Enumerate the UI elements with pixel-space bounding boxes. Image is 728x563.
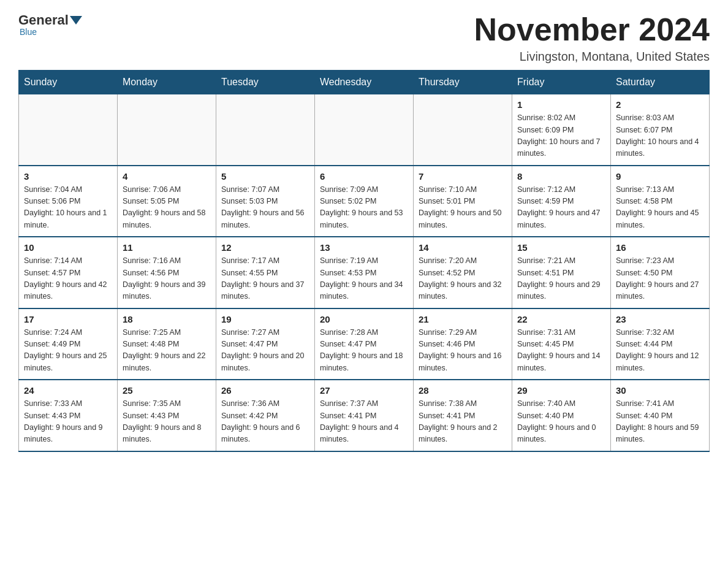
day-number: 27 (320, 385, 408, 396)
day-number: 8 (517, 171, 605, 182)
calendar-cell: 8Sunrise: 7:12 AMSunset: 4:59 PMDaylight… (512, 166, 611, 237)
sun-info: Sunrise: 7:19 AMSunset: 4:53 PMDaylight:… (320, 255, 408, 303)
calendar-week-row: 3Sunrise: 7:04 AMSunset: 5:06 PMDaylight… (19, 166, 710, 237)
day-number: 26 (221, 385, 309, 396)
sun-info: Sunrise: 7:40 AMSunset: 4:40 PMDaylight:… (517, 398, 605, 446)
weekday-header-wednesday: Wednesday (315, 71, 414, 94)
day-number: 17 (24, 314, 112, 324)
day-number: 1 (517, 99, 605, 110)
calendar-cell: 19Sunrise: 7:27 AMSunset: 4:47 PMDayligh… (216, 308, 315, 380)
day-number: 23 (616, 314, 704, 324)
sun-info: Sunrise: 7:20 AMSunset: 4:52 PMDaylight:… (419, 255, 507, 303)
sun-info: Sunrise: 7:37 AMSunset: 4:41 PMDaylight:… (320, 398, 408, 446)
sun-info: Sunrise: 7:38 AMSunset: 4:41 PMDaylight:… (419, 398, 507, 446)
title-block: November 2024 Livingston, Montana, Unite… (474, 12, 710, 64)
day-number: 18 (123, 314, 211, 324)
calendar-cell: 17Sunrise: 7:24 AMSunset: 4:49 PMDayligh… (19, 308, 118, 380)
sun-info: Sunrise: 7:31 AMSunset: 4:45 PMDaylight:… (517, 327, 605, 375)
sun-info: Sunrise: 7:27 AMSunset: 4:47 PMDaylight:… (221, 327, 309, 375)
day-number: 30 (616, 385, 704, 396)
calendar-cell: 10Sunrise: 7:14 AMSunset: 4:57 PMDayligh… (19, 237, 118, 308)
sun-info: Sunrise: 7:29 AMSunset: 4:46 PMDaylight:… (419, 327, 507, 375)
calendar-cell: 24Sunrise: 7:33 AMSunset: 4:43 PMDayligh… (19, 380, 118, 451)
day-number: 21 (419, 314, 507, 324)
day-number: 10 (24, 242, 112, 253)
calendar-cell (118, 94, 216, 166)
calendar-cell: 4Sunrise: 7:06 AMSunset: 5:05 PMDaylight… (118, 166, 216, 237)
weekday-header-saturday: Saturday (611, 71, 710, 94)
calendar-cell: 7Sunrise: 7:10 AMSunset: 5:01 PMDaylight… (414, 166, 512, 237)
day-number: 20 (320, 314, 408, 324)
sun-info: Sunrise: 7:07 AMSunset: 5:03 PMDaylight:… (221, 184, 309, 232)
calendar-cell: 22Sunrise: 7:31 AMSunset: 4:45 PMDayligh… (512, 308, 611, 380)
day-number: 12 (221, 242, 309, 253)
logo-arrow-icon (70, 16, 82, 25)
calendar-cell: 27Sunrise: 7:37 AMSunset: 4:41 PMDayligh… (315, 380, 414, 451)
calendar-cell: 15Sunrise: 7:21 AMSunset: 4:51 PMDayligh… (512, 237, 611, 308)
calendar-cell: 30Sunrise: 7:41 AMSunset: 4:40 PMDayligh… (611, 380, 710, 451)
day-number: 7 (419, 171, 507, 182)
day-number: 4 (123, 171, 211, 182)
sun-info: Sunrise: 7:13 AMSunset: 4:58 PMDaylight:… (616, 184, 704, 232)
weekday-header-friday: Friday (512, 71, 611, 94)
calendar-cell: 21Sunrise: 7:29 AMSunset: 4:46 PMDayligh… (414, 308, 512, 380)
calendar-cell: 28Sunrise: 7:38 AMSunset: 4:41 PMDayligh… (414, 380, 512, 451)
sun-info: Sunrise: 7:12 AMSunset: 4:59 PMDaylight:… (517, 184, 605, 232)
day-number: 25 (123, 385, 211, 396)
calendar-week-row: 17Sunrise: 7:24 AMSunset: 4:49 PMDayligh… (19, 308, 710, 380)
calendar-cell: 23Sunrise: 7:32 AMSunset: 4:44 PMDayligh… (611, 308, 710, 380)
day-number: 28 (419, 385, 507, 396)
day-number: 5 (221, 171, 309, 182)
sun-info: Sunrise: 7:23 AMSunset: 4:50 PMDaylight:… (616, 255, 704, 303)
calendar-week-row: 1Sunrise: 8:02 AMSunset: 6:09 PMDaylight… (19, 94, 710, 166)
weekday-header-thursday: Thursday (414, 71, 512, 94)
sun-info: Sunrise: 7:09 AMSunset: 5:02 PMDaylight:… (320, 184, 408, 232)
sun-info: Sunrise: 7:25 AMSunset: 4:48 PMDaylight:… (123, 327, 211, 375)
calendar-table: SundayMondayTuesdayWednesdayThursdayFrid… (18, 70, 710, 452)
calendar-cell (216, 94, 315, 166)
day-number: 14 (419, 242, 507, 253)
day-number: 16 (616, 242, 704, 253)
day-number: 3 (24, 171, 112, 182)
day-number: 29 (517, 385, 605, 396)
sun-info: Sunrise: 7:16 AMSunset: 4:56 PMDaylight:… (123, 255, 211, 303)
sun-info: Sunrise: 7:28 AMSunset: 4:47 PMDaylight:… (320, 327, 408, 375)
calendar-cell: 5Sunrise: 7:07 AMSunset: 5:03 PMDaylight… (216, 166, 315, 237)
month-title: November 2024 (474, 12, 710, 47)
day-number: 22 (517, 314, 605, 324)
logo: General Blue (18, 12, 83, 37)
calendar-week-row: 10Sunrise: 7:14 AMSunset: 4:57 PMDayligh… (19, 237, 710, 308)
day-number: 11 (123, 242, 211, 253)
calendar-cell: 25Sunrise: 7:35 AMSunset: 4:43 PMDayligh… (118, 380, 216, 451)
day-number: 6 (320, 171, 408, 182)
calendar-cell: 2Sunrise: 8:03 AMSunset: 6:07 PMDaylight… (611, 94, 710, 166)
logo-general: General (18, 12, 69, 28)
calendar-week-row: 24Sunrise: 7:33 AMSunset: 4:43 PMDayligh… (19, 380, 710, 451)
sun-info: Sunrise: 7:36 AMSunset: 4:42 PMDaylight:… (221, 398, 309, 446)
calendar-cell: 1Sunrise: 8:02 AMSunset: 6:09 PMDaylight… (512, 94, 611, 166)
page-header: General Blue November 2024 Livingston, M… (18, 12, 710, 64)
sun-info: Sunrise: 7:04 AMSunset: 5:06 PMDaylight:… (24, 184, 112, 232)
day-number: 2 (616, 99, 704, 110)
sun-info: Sunrise: 7:21 AMSunset: 4:51 PMDaylight:… (517, 255, 605, 303)
sun-info: Sunrise: 7:33 AMSunset: 4:43 PMDaylight:… (24, 398, 112, 446)
logo-text: General (18, 12, 83, 28)
day-number: 15 (517, 242, 605, 253)
logo-blue: Blue (20, 27, 37, 37)
sun-info: Sunrise: 7:14 AMSunset: 4:57 PMDaylight:… (24, 255, 112, 303)
sun-info: Sunrise: 7:10 AMSunset: 5:01 PMDaylight:… (419, 184, 507, 232)
calendar-cell: 9Sunrise: 7:13 AMSunset: 4:58 PMDaylight… (611, 166, 710, 237)
calendar-cell: 11Sunrise: 7:16 AMSunset: 4:56 PMDayligh… (118, 237, 216, 308)
calendar-cell (414, 94, 512, 166)
day-number: 13 (320, 242, 408, 253)
calendar-cell: 13Sunrise: 7:19 AMSunset: 4:53 PMDayligh… (315, 237, 414, 308)
sun-info: Sunrise: 7:41 AMSunset: 4:40 PMDaylight:… (616, 398, 704, 446)
calendar-cell (19, 94, 118, 166)
calendar-cell: 12Sunrise: 7:17 AMSunset: 4:55 PMDayligh… (216, 237, 315, 308)
calendar-cell: 18Sunrise: 7:25 AMSunset: 4:48 PMDayligh… (118, 308, 216, 380)
calendar-cell: 29Sunrise: 7:40 AMSunset: 4:40 PMDayligh… (512, 380, 611, 451)
weekday-header-monday: Monday (118, 71, 216, 94)
weekday-header-tuesday: Tuesday (216, 71, 315, 94)
calendar-cell: 14Sunrise: 7:20 AMSunset: 4:52 PMDayligh… (414, 237, 512, 308)
calendar-cell: 26Sunrise: 7:36 AMSunset: 4:42 PMDayligh… (216, 380, 315, 451)
